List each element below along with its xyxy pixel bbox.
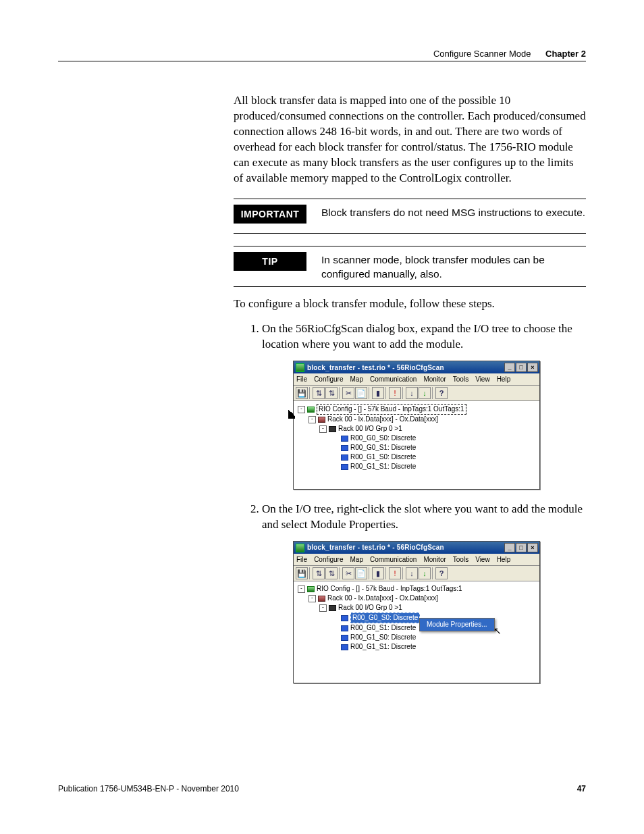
toolbar-cut-icon[interactable]: ✂: [342, 387, 354, 399]
window-title: block_transfer - test.rio * - 56RioCfgSc…: [307, 363, 504, 373]
tree-root-label-2[interactable]: RIO Config - [] - 57k Baud - InpTags:1 O…: [317, 584, 462, 594]
important-badge: IMPORTANT: [234, 205, 306, 224]
toolbar-btn-9[interactable]: ↓: [419, 567, 431, 579]
menu-tools[interactable]: Tools: [453, 375, 468, 384]
group-icon: [329, 426, 336, 432]
toolbar-btn-7[interactable]: !: [389, 387, 401, 399]
tree-toggle-rack[interactable]: -: [308, 416, 316, 423]
tree-grp-label-2[interactable]: Rack 00 I/O Grp 0 >1: [338, 603, 402, 613]
toolbar-btn-8[interactable]: ↓: [406, 387, 418, 399]
slot-icon: [341, 436, 348, 442]
rio-config-icon: [307, 586, 315, 592]
header-rule: [58, 61, 586, 61]
context-menu-module-properties[interactable]: Module Properties...: [420, 619, 494, 631]
menu-communication[interactable]: Communication: [370, 555, 417, 565]
menu-map[interactable]: Map: [350, 375, 363, 384]
menu-view[interactable]: View: [475, 555, 490, 565]
toolbar-save-icon[interactable]: 💾: [296, 387, 308, 399]
toolbar-paste-icon[interactable]: 📄: [355, 387, 367, 399]
menu-file[interactable]: File: [296, 555, 307, 565]
running-header-chapter: Chapter 2: [545, 49, 586, 59]
menu-configure[interactable]: Configure: [314, 555, 343, 565]
io-tree-2[interactable]: - RIO Config - [] - 57k Baud - InpTags:1…: [298, 584, 535, 652]
running-header: Configure Scanner Mode Chapter 2: [433, 49, 586, 59]
menu-monitor[interactable]: Monitor: [423, 375, 446, 384]
slot-icon: [341, 615, 348, 621]
window-body-2: - RIO Config - [] - 57k Baud - InpTags:1…: [294, 581, 539, 683]
running-header-title: Configure Scanner Mode: [433, 49, 531, 59]
maximize-button[interactable]: □: [516, 543, 527, 552]
toolbar-2: 💾 ⇅ ⇅ ✂ 📄 ▮ ! ↓: [294, 566, 539, 581]
minimize-button[interactable]: _: [504, 543, 515, 552]
toolbar-help-icon[interactable]: ?: [435, 567, 448, 579]
toolbar-btn-3[interactable]: ⇅: [325, 387, 338, 399]
app-window: block_transfer - test.rio * - 56RioCfgSc…: [293, 361, 540, 490]
step-2-text: On the I/O tree, right-click the slot wh…: [262, 502, 583, 531]
close-button[interactable]: ×: [527, 363, 538, 372]
toolbar-btn-2[interactable]: ⇅: [313, 567, 325, 579]
toolbar-btn-9[interactable]: ↓: [419, 387, 431, 399]
tip-text: In scanner mode, block transfer modules …: [321, 252, 586, 282]
toolbar-help-icon[interactable]: ?: [435, 387, 448, 399]
page-footer: Publication 1756-UM534B-EN-P - November …: [58, 784, 586, 793]
tree-toggle-grp[interactable]: -: [319, 425, 327, 433]
menu-configure[interactable]: Configure: [314, 375, 343, 384]
toolbar-save-icon[interactable]: 💾: [296, 567, 308, 579]
tree-grp-label[interactable]: Rack 00 I/O Grp 0 >1: [338, 424, 402, 434]
io-tree[interactable]: - RIO Config - [] - 57k Baud - InpTags:1…: [298, 404, 535, 471]
app-icon: [296, 544, 304, 552]
toolbar-btn-7[interactable]: !: [389, 567, 401, 579]
tree-slot-1b[interactable]: R00_G0_S1: Discrete: [350, 623, 416, 633]
window-title-2: block_transfer - test.rio * - 56RioCfgSc…: [307, 543, 504, 552]
app-window-2: block_transfer - test.rio * - 56RioCfgSc…: [293, 541, 540, 683]
app-icon: [296, 363, 304, 372]
tree-slot-0[interactable]: R00_G0_S0: Discrete: [350, 434, 416, 443]
tree-slot-0-selected[interactable]: R00_G0_S0: Discrete: [350, 613, 420, 623]
tree-toggle-root[interactable]: -: [298, 406, 305, 413]
menu-communication[interactable]: Communication: [370, 375, 417, 384]
toolbar-btn-6[interactable]: ▮: [372, 387, 384, 399]
screenshot-1: block_transfer - test.rio * - 56RioCfgSc…: [293, 361, 586, 490]
toolbar-btn-2[interactable]: ⇅: [313, 387, 325, 399]
tree-slot-1[interactable]: R00_G0_S1: Discrete: [350, 443, 416, 452]
window-titlebar: block_transfer - test.rio * - 56RioCfgSc…: [294, 361, 539, 373]
toolbar-btn-8[interactable]: ↓: [406, 567, 418, 579]
important-text: Block transfers do not need MSG instruct…: [321, 205, 586, 220]
step-1: On the 56RioCfgScan dialog box, expand t…: [262, 321, 586, 490]
toolbar-btn-3[interactable]: ⇅: [325, 567, 338, 579]
context-menu[interactable]: Module Properties...: [419, 618, 495, 631]
intro-paragraph: All block transfer data is mapped into o…: [234, 93, 586, 186]
tree-slot-3[interactable]: R00_G1_S1: Discrete: [350, 462, 416, 471]
tree-rack-label[interactable]: Rack 00 - Ix.Data[xxx] - Ox.Data[xxx]: [327, 415, 438, 424]
tree-slot-2[interactable]: R00_G1_S0: Discrete: [350, 452, 416, 462]
tree-toggle-grp[interactable]: -: [319, 604, 327, 612]
window-body: - RIO Config - [] - 57k Baud - InpTags:1…: [294, 401, 539, 489]
maximize-button[interactable]: □: [516, 363, 527, 372]
menu-tools[interactable]: Tools: [453, 555, 468, 565]
menu-file[interactable]: File: [296, 375, 307, 384]
menu-monitor[interactable]: Monitor: [423, 555, 446, 565]
tree-slot-2b[interactable]: R00_G1_S0: Discrete: [350, 633, 416, 642]
tree-slot-3b[interactable]: R00_G1_S1: Discrete: [350, 642, 416, 652]
slot-icon: [341, 635, 348, 641]
toolbar-btn-6[interactable]: ▮: [372, 567, 384, 579]
minimize-button[interactable]: _: [504, 363, 515, 372]
menu-help[interactable]: Help: [497, 555, 511, 565]
close-button[interactable]: ×: [527, 543, 538, 552]
menu-map[interactable]: Map: [350, 555, 363, 565]
rack-icon: [318, 596, 325, 602]
toolbar: 💾 ⇅ ⇅ ✂ 📄 ▮ ! ↓: [294, 386, 539, 401]
step-2: On the I/O tree, right-click the slot wh…: [262, 502, 586, 683]
tree-root-label[interactable]: RIO Config - [] - 57k Baud - InpTags:1 O…: [317, 404, 466, 415]
toolbar-cut-icon[interactable]: ✂: [342, 567, 354, 579]
publication-id: Publication 1756-UM534B-EN-P - November …: [58, 784, 239, 793]
tree-toggle-rack[interactable]: -: [308, 595, 316, 602]
menu-bar-2: File Configure Map Communication Monitor…: [294, 554, 539, 566]
steps-list: On the 56RioCfgScan dialog box, expand t…: [234, 321, 586, 683]
slot-icon: [341, 464, 348, 470]
tree-toggle-root[interactable]: -: [298, 585, 305, 593]
tree-rack-label-2[interactable]: Rack 00 - Ix.Data[xxx] - Ox.Data[xxx]: [327, 594, 438, 603]
menu-view[interactable]: View: [475, 375, 490, 384]
toolbar-paste-icon[interactable]: 📄: [355, 567, 367, 579]
menu-help[interactable]: Help: [497, 375, 511, 384]
